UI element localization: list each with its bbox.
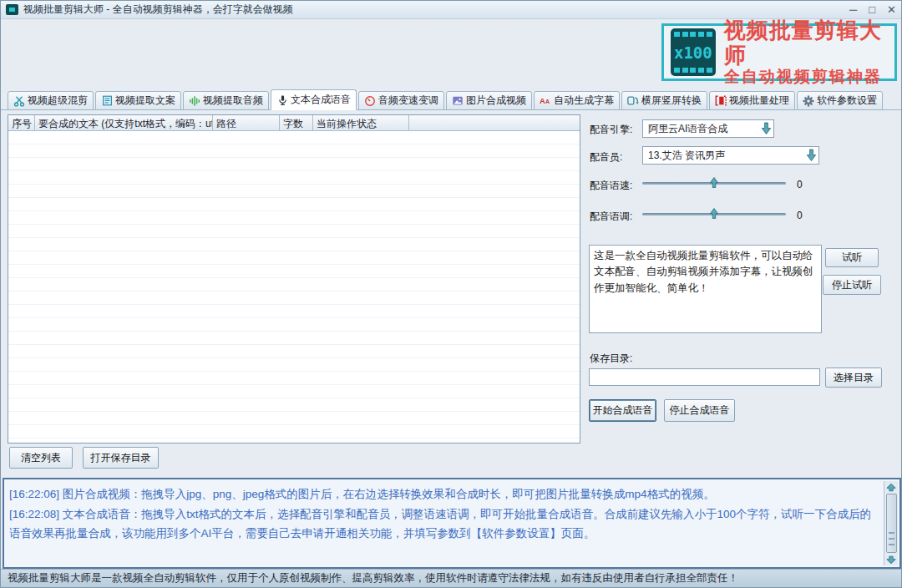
listen-button[interactable]: 试听: [825, 248, 879, 267]
log-line: [16:22:06] 图片合成视频：拖拽导入jpg、png、jpeg格式的图片后…: [9, 484, 879, 504]
column-header-count[interactable]: 字数: [280, 115, 313, 130]
preview-text-area[interactable]: 这是一款全自动视频批量剪辑软件，可以自动给文本配音、自动剪辑视频并添加字幕，让视…: [589, 245, 822, 333]
tab-audio-speed-pitch[interactable]: 音频变速变调: [358, 91, 444, 110]
log-line: [16:22:08] 文本合成语音：拖拽导入txt格式的文本后，选择配音引擎和配…: [9, 504, 879, 543]
title-bar: 视频批量剪辑大师 - 全自动视频剪辑神器，会打字就会做视频 ─ □ ✕: [1, 1, 901, 19]
tab-image-to-video[interactable]: 图片合成视频: [446, 91, 532, 110]
microphone-icon: [276, 94, 288, 106]
voice-label: 配音员:: [590, 150, 622, 165]
tab-bar: 视频超级混剪 视频提取文案 视频提取音频 文本合成语音 音频变速变调: [8, 89, 901, 110]
column-header-path[interactable]: 路径: [213, 115, 280, 130]
subtitle-icon: AA: [540, 95, 551, 107]
tab-video-super-mix[interactable]: 视频超级混剪: [8, 91, 94, 110]
column-header-index[interactable]: 序号: [8, 115, 35, 130]
brand-logo: x100 视频批量剪辑大师 全自动视频剪辑神器: [661, 23, 897, 81]
engine-dropdown[interactable]: 阿里云AI语音合成: [642, 119, 774, 138]
gauge-icon: [364, 95, 376, 107]
status-text: 视频批量剪辑大师是一款视频全自动剪辑软件，仅用于个人原创视频制作、提高剪辑效率，…: [8, 571, 738, 585]
document-icon: [101, 95, 113, 107]
voice-dropdown[interactable]: 13.艾浩 资讯男声: [642, 146, 819, 165]
speed-slider[interactable]: [642, 177, 786, 189]
tab-auto-subtitles[interactable]: AA 自动生成字幕: [534, 91, 620, 110]
app-window: 视频批量剪辑大师 - 全自动视频剪辑神器，会打字就会做视频 ─ □ ✕ x100…: [0, 0, 902, 588]
brand-subtitle: 全自动视频剪辑神器: [724, 68, 888, 86]
engine-label: 配音引擎:: [590, 123, 632, 137]
batch-video-icon: [715, 95, 727, 107]
window-title: 视频批量剪辑大师 - 全自动视频剪辑神器，会打字就会做视频: [23, 3, 293, 17]
scrollbar-thumb[interactable]: [886, 494, 897, 553]
dropdown-arrow-icon: [761, 122, 772, 135]
scroll-down-icon[interactable]: [884, 554, 899, 565]
stop-listen-button[interactable]: 停止试听: [823, 275, 881, 295]
waveform-icon: [189, 95, 200, 107]
gear-icon: [803, 95, 814, 107]
close-button[interactable]: ✕: [887, 1, 896, 19]
speed-value: 0: [797, 179, 803, 190]
column-header-text[interactable]: 要合成的文本 (仅支持txt格式，编码：utf-8): [35, 115, 213, 130]
clear-list-button[interactable]: 清空列表: [9, 447, 73, 469]
pitch-value: 0: [797, 210, 803, 221]
svg-text:A: A: [540, 97, 545, 105]
start-synthesis-button[interactable]: 开始合成语音: [589, 399, 656, 422]
tab-orientation-convert[interactable]: 横屏竖屏转换: [621, 91, 707, 110]
brand-title: 视频批量剪辑大师: [724, 18, 888, 68]
pitch-label: 配音语调:: [590, 210, 632, 224]
log-scrollbar[interactable]: [884, 481, 898, 565]
image-icon: [452, 95, 464, 107]
app-icon: [6, 4, 18, 15]
rotate-screen-icon: [627, 95, 639, 107]
table-header: 序号 要合成的文本 (仅支持txt格式，编码：utf-8) 路径 字数 当前操作…: [8, 115, 580, 131]
save-dir-label: 保存目录:: [590, 352, 632, 366]
slider-thumb-icon[interactable]: [709, 176, 719, 191]
dropdown-arrow-icon: [806, 149, 817, 162]
log-panel[interactable]: [16:22:06] 图片合成视频：拖拽导入jpg、png、jpeg格式的图片后…: [3, 478, 901, 569]
column-header-status[interactable]: 当前操作状态: [313, 115, 409, 130]
tab-video-batch-process[interactable]: 视频批量处理: [709, 91, 795, 110]
tab-extract-text[interactable]: 视频提取文案: [95, 91, 181, 110]
scroll-up-icon[interactable]: [884, 481, 899, 493]
tab-text-to-speech[interactable]: 文本合成语音: [271, 89, 357, 110]
tab-extract-audio[interactable]: 视频提取音频: [183, 91, 269, 110]
x100-badge-icon: x100: [671, 28, 716, 76]
svg-text:A: A: [545, 99, 550, 104]
slider-thumb-icon[interactable]: [709, 207, 719, 222]
badge-text: x100: [674, 43, 712, 62]
save-dir-input[interactable]: [589, 368, 820, 386]
open-save-dir-button[interactable]: 打开保存目录: [83, 447, 159, 469]
status-bar: 视频批量剪辑大师是一款视频全自动剪辑软件，仅用于个人原创视频制作、提高剪辑效率，…: [1, 569, 901, 587]
stop-synthesis-button[interactable]: 停止合成语音: [664, 399, 735, 422]
table-body-empty[interactable]: [8, 131, 580, 443]
text-list-table[interactable]: 序号 要合成的文本 (仅支持txt格式，编码：utf-8) 路径 字数 当前操作…: [8, 114, 580, 444]
speed-label: 配音语速:: [590, 179, 632, 193]
choose-dir-button[interactable]: 选择目录: [825, 368, 882, 388]
minimize-button[interactable]: ─: [849, 1, 857, 19]
pitch-slider[interactable]: [642, 208, 786, 220]
maximize-button[interactable]: □: [869, 1, 875, 19]
column-header-filler: [409, 115, 580, 130]
tab-software-settings[interactable]: 软件参数设置: [797, 91, 883, 110]
scissors-icon: [13, 95, 25, 107]
